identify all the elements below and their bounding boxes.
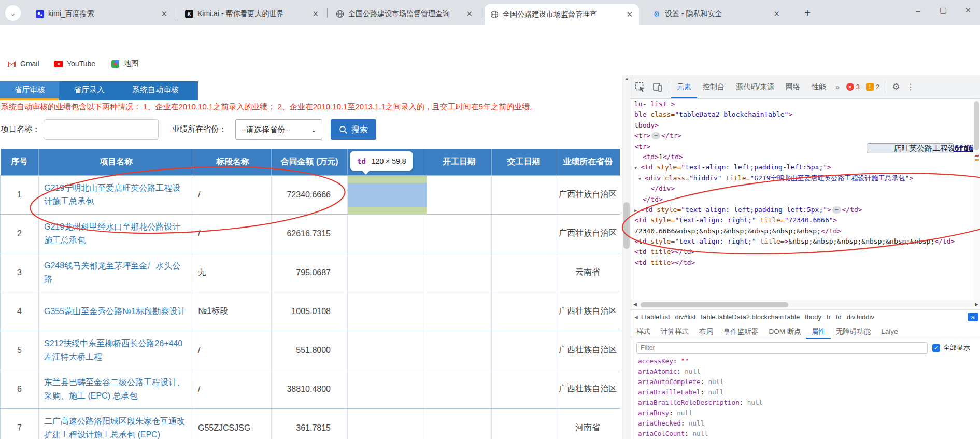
breadcrumb-item[interactable]: div#list <box>675 313 696 321</box>
devtools-tab-网络[interactable]: 网络 <box>780 75 806 98</box>
breadcrumb-item[interactable]: div.hiddiv <box>847 313 874 321</box>
tab-close-icon[interactable]: ✕ <box>772 9 781 19</box>
code-line[interactable]: </td> <box>631 194 980 205</box>
devtools-tab-源代码/来源[interactable]: 源代码/来源 <box>730 75 780 98</box>
sidebar-tab-属性[interactable]: 属性 <box>806 324 831 339</box>
breadcrumb-item[interactable]: tbody <box>805 313 821 321</box>
property-row[interactable]: ariaBrailleRoleDescription: null <box>631 398 980 408</box>
sidebar-tab-计算样式[interactable]: 计算样式 <box>656 324 694 339</box>
console-warnings-badge[interactable]: ! 2 <box>863 83 883 91</box>
page-tab-2[interactable]: 省厅录入 <box>66 81 112 98</box>
code-token-arrow[interactable]: ▶ <box>634 205 641 216</box>
browser-tab[interactable]: kimi_百度搜索✕ <box>30 5 174 23</box>
breadcrumb-item[interactable]: td <box>836 313 842 321</box>
browser-tab[interactable]: 全国公路建设市场监督管理查询✕ <box>330 5 479 23</box>
tab-close-icon[interactable]: ✕ <box>625 10 634 19</box>
project-link[interactable]: 二广高速公路洛阳城区段朱家仓互通改扩建工程设计施工总承包 (EPC) <box>44 417 185 439</box>
elements-tree[interactable]: lu- list >ble class="tableData2 blockcha… <box>631 99 980 300</box>
browser-tab[interactable]: ⚙设置 - 隐私和安全✕ <box>647 5 786 23</box>
inspect-element-icon[interactable] <box>631 79 649 95</box>
project-link[interactable]: 东兰县巴畴至金谷二级公路工程设计、采购、施工 (EPC) 总承包 <box>44 378 185 400</box>
breadcrumb-current[interactable]: a <box>968 313 978 321</box>
bookmark-item[interactable]: YouTube <box>54 57 95 70</box>
browser-tab[interactable]: KKimi.ai - 帮你看更大的世界✕ <box>179 5 325 23</box>
bookmark-item[interactable]: Gmail <box>7 57 39 70</box>
breadcrumb-scroll-left-icon[interactable]: ◀ <box>631 315 641 320</box>
tab-close-icon[interactable]: ✕ <box>465 9 474 19</box>
code-line[interactable]: ▼<td style="text-align: left;padding-lef… <box>631 162 980 173</box>
scroll-left-arrow[interactable]: ◀ <box>633 302 637 307</box>
code-line[interactable]: <td style="text-align: right;" title=>&n… <box>631 236 980 247</box>
code-line[interactable]: lu- list > <box>631 99 980 109</box>
sidebar-tab-事件监听器[interactable]: 事件监听器 <box>718 324 764 339</box>
tab-close-icon[interactable]: ✕ <box>160 9 168 19</box>
window-close-button[interactable]: ✕ <box>957 0 979 21</box>
new-tab-button[interactable]: + <box>801 6 814 20</box>
scrollbar-thumb[interactable] <box>974 101 979 150</box>
code-line[interactable]: <td style="text-align: right;" title="72… <box>631 215 980 225</box>
property-row[interactable]: ariaChecked: null <box>631 418 980 429</box>
sidebar-tab-样式[interactable]: 样式 <box>631 324 656 339</box>
window-maximize-button[interactable]: ▢ <box>932 0 955 21</box>
breadcrumb-item[interactable]: t.tableList <box>641 313 670 321</box>
project-link[interactable]: G248线马关都龙至茅坪至金厂水头公路 <box>44 261 180 284</box>
sidebar-tab-布局[interactable]: 布局 <box>694 324 718 339</box>
code-horizontal-scrollbar[interactable]: ◀ ▶ <box>631 300 980 309</box>
browser-tab[interactable]: 全国公路建设市场监督管理查✕ <box>485 4 639 25</box>
tab-search-chevron-icon[interactable]: ⌄ <box>5 5 21 21</box>
show-all-checkbox[interactable]: ✓ <box>932 344 940 352</box>
code-token-pill[interactable]: ⋯ <box>832 206 841 214</box>
code-line[interactable]: tbody> <box>631 120 980 131</box>
scroll-right-arrow[interactable]: ▶ <box>975 302 978 307</box>
devtools-menu-icon[interactable]: ⋮ <box>905 79 916 95</box>
property-row[interactable]: ariaColCount: null <box>631 429 980 439</box>
devtools-tab-元素[interactable]: 元素 <box>671 75 697 98</box>
code-line[interactable]: ▼<div class="hiddiv" title="G219宁明北山至爱店旺… <box>631 173 980 183</box>
sidebar-tab-无障碍功能[interactable]: 无障碍功能 <box>831 324 876 339</box>
devtools-tab-控制台[interactable]: 控制台 <box>697 75 730 98</box>
code-line[interactable]: 72340.6666&nbsp;&nbsp;&nbsp;&nbsp;&nbsp;… <box>631 226 980 236</box>
code-token-pill[interactable]: ⋯ <box>651 132 660 139</box>
code-line[interactable]: ble class="tableData2 blockchainTable"> <box>631 109 980 120</box>
page-scrollbar[interactable]: ▲ <box>622 75 631 439</box>
province-select[interactable]: --请选择省份-- ⌄ <box>235 119 322 140</box>
breadcrumb-item[interactable]: table.tableData2.blockchainTable <box>701 313 800 321</box>
devtools-settings-gear-icon[interactable]: ⚙ <box>887 79 905 95</box>
project-link[interactable]: G355蒙山至金秀公路№1标段勘察设计 <box>44 307 186 316</box>
page-tab-1[interactable]: 省厅审核 <box>0 81 59 98</box>
property-row[interactable]: ariaBrailleLabel: null <box>631 387 980 398</box>
property-row[interactable]: ariaAutoComplete: null <box>631 377 980 387</box>
sidebar-tab-DOM 断点[interactable]: DOM 断点 <box>764 324 806 339</box>
property-row[interactable]: ariaBusy: null <box>631 408 980 418</box>
scrollbar-up-arrow[interactable]: ▲ <box>622 76 631 81</box>
more-tabs-icon[interactable]: » <box>832 83 843 91</box>
code-line[interactable]: <td title></td> <box>631 247 980 257</box>
scrollbar-thumb[interactable] <box>641 302 788 307</box>
devtools-tab-性能[interactable]: 性能 <box>806 75 832 98</box>
console-errors-badge[interactable]: ✕ 3 <box>843 83 863 91</box>
code-line[interactable]: <td title></td> <box>631 258 980 268</box>
code-token-arrow[interactable]: ▼ <box>634 163 641 173</box>
device-toolbar-icon[interactable] <box>649 79 666 95</box>
code-line[interactable]: 店旺英公路工程设计施工总承包</a> == $0 <box>867 143 954 153</box>
window-minimize-button[interactable]: – <box>907 0 930 21</box>
code-token-arrow[interactable]: ▼ <box>638 174 645 184</box>
project-link[interactable]: G219龙州科甲经水口至那花公路设计施工总承包 <box>44 222 180 245</box>
breadcrumb-item[interactable]: tr <box>827 313 831 321</box>
code-line[interactable]: <tr>⋯</tr> <box>631 131 980 141</box>
property-row[interactable]: ariaAtomic: null <box>631 366 980 377</box>
sidebar-tab-Laiye[interactable]: Laiye <box>876 324 903 339</box>
code-vertical-scrollbar[interactable] <box>973 99 980 300</box>
scrollbar-thumb[interactable] <box>623 202 630 249</box>
tab-close-icon[interactable]: ✕ <box>311 9 320 19</box>
properties-filter-input[interactable] <box>636 342 928 354</box>
code-line[interactable]: ▶<td style="text-align: left;padding-lef… <box>631 205 980 215</box>
search-button[interactable]: 搜索 <box>331 119 376 140</box>
property-row[interactable]: accessKey: "" <box>631 356 980 366</box>
bookmark-item[interactable]: 地图 <box>111 57 138 70</box>
project-name-input[interactable] <box>44 119 159 140</box>
code-line[interactable]: </div> <box>631 183 980 194</box>
page-tab-3[interactable]: 系统自动审核 <box>125 81 186 98</box>
project-link[interactable]: G219宁明北山至爱店旺英公路工程设计施工总承包 <box>44 183 180 206</box>
project-link[interactable]: S212扶绥中东至柳桥西长公路26+440左江特大桥工程 <box>44 339 182 361</box>
